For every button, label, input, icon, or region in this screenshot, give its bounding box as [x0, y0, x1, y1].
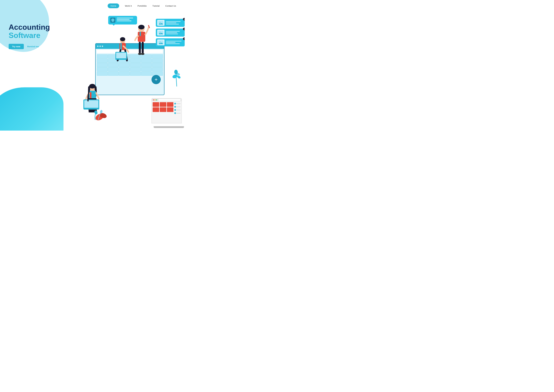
- nav-tutorial[interactable]: Tutorial: [152, 5, 159, 7]
- laptop-content: ✓ ✓ ✓ ✓: [152, 101, 181, 115]
- check-line: [176, 106, 181, 107]
- plant-right: [171, 69, 182, 87]
- cal-cell: [160, 107, 166, 112]
- svg-point-5: [159, 32, 161, 33]
- nav-work-it[interactable]: Work It: [125, 5, 132, 7]
- svg-rect-19: [139, 42, 141, 53]
- notif-card-1: ✕: [156, 19, 185, 27]
- shield-icon: [110, 18, 115, 23]
- notif-image-1: [157, 20, 165, 26]
- notif-lines-3: [166, 41, 183, 44]
- svg-rect-26: [90, 92, 92, 99]
- nav-contact[interactable]: Contact Us: [165, 5, 176, 7]
- check-icon: ✓: [174, 103, 176, 105]
- mini-laptop: ✓ ✓ ✓ ✓: [151, 98, 182, 123]
- notif-image-3: [157, 40, 165, 45]
- hero-title-line1: Accounting: [9, 23, 50, 31]
- check-line: [176, 113, 181, 113]
- svg-rect-20: [142, 42, 144, 53]
- try-now-button[interactable]: Try now: [9, 44, 24, 49]
- svg-rect-28: [84, 100, 98, 108]
- check-icon: ✓: [174, 109, 176, 111]
- cal-cell: [153, 102, 159, 107]
- check-line: [176, 103, 181, 104]
- add-button[interactable]: +: [151, 75, 161, 84]
- notif-card-3: ✕: [156, 38, 185, 46]
- check-line: [176, 110, 181, 110]
- svg-rect-13: [116, 53, 126, 58]
- svg-point-1: [113, 20, 113, 21]
- bg-blob-bottomleft: [0, 87, 64, 131]
- notif-card-2: ✕: [156, 28, 185, 37]
- max-dot: [156, 99, 157, 100]
- close-card-3[interactable]: ✕: [183, 37, 185, 40]
- url-bar-mini: [158, 99, 180, 101]
- navigation: Home Work It Portofolio Tutorial Contact…: [0, 0, 185, 12]
- chat-lines: [117, 18, 135, 21]
- check-row-2: ✓: [174, 106, 181, 108]
- nav-portfolio[interactable]: Portofolio: [137, 5, 147, 7]
- svg-rect-11: [120, 43, 122, 50]
- close-card-1[interactable]: ✕: [183, 18, 185, 21]
- min-dot: [155, 99, 156, 100]
- cal-cell: [153, 107, 159, 112]
- check-row-1: ✓: [174, 103, 181, 105]
- check-icon: ✓: [174, 106, 176, 108]
- svg-point-3: [159, 22, 161, 23]
- svg-point-31: [94, 110, 98, 115]
- check-icon: ✓: [174, 112, 176, 114]
- svg-point-7: [159, 42, 161, 43]
- svg-rect-17: [140, 32, 141, 36]
- remind-me-button[interactable]: Remind me: [27, 45, 39, 48]
- notification-cards: ✕ ✕: [156, 19, 185, 46]
- svg-rect-16: [138, 32, 145, 42]
- svg-point-22: [141, 53, 144, 55]
- cal-cell: [160, 102, 166, 107]
- laptop-titlebar: [152, 98, 181, 101]
- hero-title-line2: Software: [9, 31, 50, 40]
- checklist-area: ✓ ✓ ✓ ✓: [173, 102, 181, 114]
- hero-buttons: Try now Remind me: [9, 44, 50, 49]
- notif-lines-2: [166, 31, 183, 34]
- notif-image-2: [157, 30, 165, 35]
- calendar-area: [153, 102, 173, 114]
- svg-point-24: [89, 84, 95, 89]
- close-card-2[interactable]: ✕: [183, 28, 185, 30]
- calendar-grid: [153, 102, 173, 112]
- svg-point-15: [138, 25, 144, 29]
- close-dot: [153, 99, 154, 100]
- svg-point-9: [120, 37, 125, 41]
- plant-decoration: [92, 107, 110, 122]
- illustration-area: ✕ ✕: [66, 0, 185, 131]
- nav-home[interactable]: Home: [108, 3, 119, 8]
- hero-section: Accounting Software Try now Remind me: [9, 23, 50, 49]
- check-row-3: ✓: [174, 109, 181, 111]
- chat-bubble: [108, 16, 137, 25]
- cal-cell: [167, 102, 173, 107]
- cal-cell: [167, 107, 173, 112]
- check-row-4: ✓: [174, 112, 181, 114]
- notif-lines-1: [166, 21, 183, 25]
- laptop-base: [154, 126, 184, 128]
